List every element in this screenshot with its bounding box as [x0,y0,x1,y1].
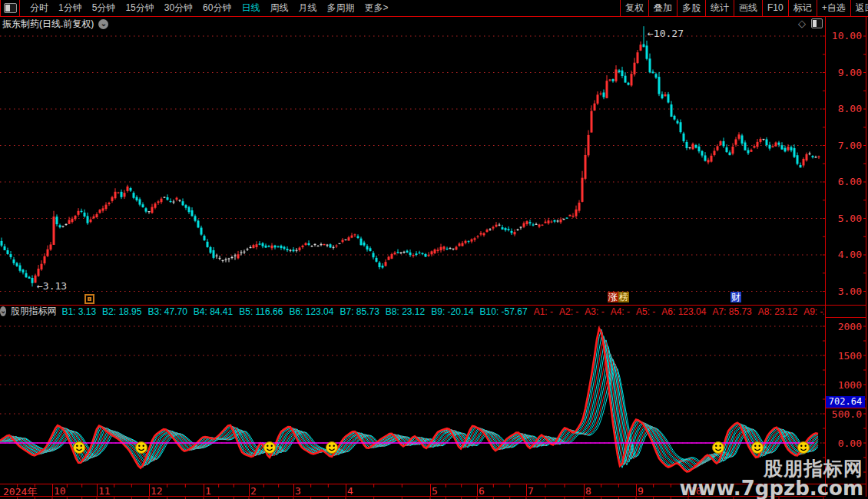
time-axis-label: 11 [98,485,111,497]
indicator-field-B10: B10: -57.67 [480,306,528,317]
high-price-annotation: ←10.27 [648,28,684,39]
price-axis-label: 6.00 [828,176,862,187]
candlestick-series [1,26,820,286]
page-title: 振东制药(日线.前复权) [2,18,94,31]
toolbar-item-标记[interactable]: 标记 [788,0,817,16]
watermark: 股朋指标网 www.7gpzb.com [679,458,863,498]
price-axis-label: 7.00 [828,140,862,151]
indicator-field-A2: A2: - [559,306,578,317]
time-axis-label: 2024年 [3,485,37,499]
indicator-axis-label: 2000 [828,321,862,332]
buy-signal-smiley [326,442,338,454]
time-axis-label: 6 [479,485,485,497]
period-toolbar: 分时1分钟5分钟15分钟30分钟60分钟日线周线月线多周期更多> [0,0,388,16]
toolbar-item-+自选[interactable]: +自选 [817,0,850,16]
price-axis-label: 5.00 [828,213,862,224]
time-axis-label: 10 [54,485,66,497]
time-axis-label: 1 [205,485,211,497]
title-row-icons: ◇ [798,18,823,28]
panel-layout-icon[interactable] [811,18,823,28]
toolbar-item-更多>[interactable]: 更多> [364,2,388,15]
left-pane-icon [4,3,17,13]
indicator-field-A6: A6: 123.04 [661,306,706,317]
toolbar-item-多股[interactable]: 多股 [677,0,705,16]
tools-toolbar: 复权叠加多股统计画线F10标记+自选返回 [620,0,868,16]
time-axis-label: 2 [250,485,257,497]
buy-signal-smiley [264,442,276,454]
time-axis-label: 7 [528,485,534,497]
indicator-value-badge: 702.64 [826,396,865,408]
toolbar-item-统计[interactable]: 统计 [705,0,734,16]
indicator-field-A3: A3: - [585,306,604,317]
watermark-url: www.7gpzb.com [679,478,863,498]
left-pane-toggle[interactable] [0,0,20,16]
toolbar-item-返回[interactable]: 返回 [850,0,868,16]
indicator-field-B1: B1: 3.13 [61,306,96,317]
buy-signal-smiley [136,442,147,454]
price-axis-label: 9.00 [828,67,862,78]
indicator-field-B7: B7: 85.73 [340,306,379,317]
time-axis-label: 8 [585,485,591,497]
indicator-name[interactable]: 股朋指标网 [10,306,56,317]
nested-square-icon[interactable] [84,294,94,304]
indicator-field-B9: B9: -20.14 [431,306,473,317]
indicator-field-B6: B6: 123.04 [289,306,333,317]
toolbar-item-1分钟[interactable]: 1分钟 [58,2,82,15]
toolbar-item-周线[interactable]: 周线 [270,2,288,15]
time-axis-label: 9 [638,485,644,497]
buy-signal-smiley [74,442,85,454]
indicator-field-A5: A5: - [636,306,655,317]
indicator-header: ⌄ 股朋指标网 B1: 3.13B2: 18.95B3: 47.70B4: 84… [0,306,824,317]
indicator-axis-label: 1000 [828,379,862,391]
toolbar-item-画线[interactable]: 画线 [734,0,762,16]
indicator-axis-label: 0.00 [828,438,862,449]
buy-signal-smiley [798,442,810,454]
indicator-field-A4: A4: - [611,306,630,317]
diamond-icon[interactable]: ◇ [798,18,806,28]
indicator-field-A1: A1: - [534,306,553,317]
watermark-site-name: 股朋指标网 [679,458,863,478]
time-axis-label: 5 [432,485,438,497]
price-axis-label: 4.00 [828,249,862,260]
toolbar-item-5分钟[interactable]: 5分钟 [92,2,116,15]
indicator-axis-label: 1500 [828,350,862,362]
toolbar-item-30分钟[interactable]: 30分钟 [164,2,193,15]
cai-marker[interactable]: 财 [731,292,741,302]
buy-signal-smiley [752,442,764,454]
time-axis-label: 12 [151,485,163,497]
bang-char: 榜 [618,292,629,302]
price-axis-label: 8.00 [828,103,862,114]
toolbar-item-F10[interactable]: F10 [762,0,788,16]
chevron-down-icon[interactable]: ⌄ [98,19,108,29]
zhangbang-marker[interactable]: 涨 榜 [608,292,629,302]
toolbar-item-月线[interactable]: 月线 [298,2,316,15]
indicator-values: B1: 3.13B2: 18.95B3: 47.70B4: 84.41B5: 1… [61,306,824,317]
zhang-char: 涨 [608,292,618,302]
indicator-field-B3: B3: 47.70 [147,306,187,317]
oscillator-fan [0,329,818,472]
buy-signal-smiley [713,442,724,454]
indicator-field-B5: B5: 116.66 [239,306,283,317]
toolbar-item-日线[interactable]: 日线 [241,2,260,15]
indicator-field-A8: A8: 23.12 [758,306,797,317]
toolbar-item-多周期[interactable]: 多周期 [326,2,354,15]
price-axis-label: 3.00 [828,286,862,297]
time-axis-label: 4 [347,485,353,497]
indicator-field-B2: B2: 18.95 [102,306,141,317]
chart-canvas [0,0,868,499]
toolbar-item-15分钟[interactable]: 15分钟 [125,2,154,15]
toolbar-item-60分钟[interactable]: 60分钟 [203,2,231,15]
collapse-indicator-icon[interactable]: ⌄ [0,306,6,316]
indicator-field-B4: B4: 84.41 [194,306,233,317]
indicator-field-B8: B8: 23.12 [386,306,425,317]
period-toolbar-items: 分时1分钟5分钟15分钟30分钟60分钟日线周线月线多周期更多> [20,2,388,15]
low-price-annotation: ←3.13 [37,280,67,292]
toolbar-item-复权[interactable]: 复权 [620,0,648,16]
indicator-field-A7: A7: 85.73 [712,306,751,317]
indicator-axis-label: 500.0 [828,408,862,420]
toolbar-item-叠加[interactable]: 叠加 [648,0,677,16]
toolbar-item-分时[interactable]: 分时 [30,2,48,15]
time-axis-label: 3 [295,485,301,497]
trading-app-window: 分时1分钟5分钟15分钟30分钟60分钟日线周线月线多周期更多> 复权叠加多股统… [0,0,868,499]
indicator-field-A9: A9: -20.14 [803,306,824,317]
